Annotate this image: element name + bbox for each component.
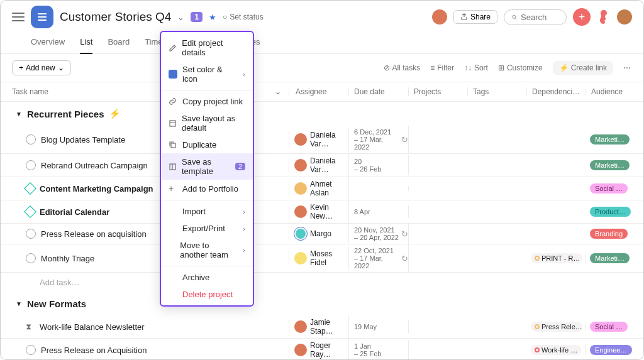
menu-item-move-to-another-team[interactable]: Move to another team› [161,237,253,263]
menu-item-set-color-icon[interactable]: Set color & icon› [161,61,253,87]
menu-item-copy-project-link[interactable]: Copy project link [161,93,253,110]
menu-item-export-print[interactable]: Export/Print› [161,220,253,237]
svg-rect-7 [171,143,175,148]
star-icon[interactable]: ★ [209,13,216,22]
filter-button[interactable]: ≡ Filter [430,63,454,72]
milestone-icon[interactable] [24,182,36,195]
audience-pill[interactable]: Marketi… [590,134,630,145]
plus-icon: + [169,183,177,194]
add-task-button[interactable]: Add task… [1,273,643,292]
svg-point-3 [513,15,516,18]
assignee-name: Jamie Stap… [310,318,348,335]
audience-pill[interactable]: Social … [590,322,628,332]
menu-item-import[interactable]: Import› [161,203,253,220]
assignee-avatar[interactable] [294,159,307,172]
assignee-name: Roger Ray… [310,341,348,359]
audience-pill[interactable]: Marketi… [590,253,630,263]
menu-item-save-layout-as-default[interactable]: Save layout as default [161,110,253,136]
task-name: Press Release on Acquisition [41,346,147,355]
task-name: Press Release on acquisition [41,229,147,239]
milestone-icon[interactable] [24,205,36,218]
project-dropdown-trigger[interactable]: ⌄ [177,13,184,22]
assignee-name: Daniela Var… [310,156,348,174]
check-circle-icon[interactable] [26,134,36,145]
task-row[interactable]: Press Release on AcquisitionRoger Ray…1 … [1,339,643,360]
check-circle-icon[interactable] [26,160,36,170]
layout-icon [169,119,177,128]
assignee-avatar[interactable] [294,252,307,265]
due-date: 8 Apr [354,208,370,215]
task-row[interactable]: ⧗Work-life Balance NewsletterJamie Stap…… [1,315,643,339]
assignee-avatar[interactable] [294,320,307,333]
task-row[interactable]: Editorial CalendarKevin New…8 AprProduct… [1,200,643,224]
all-tasks-filter[interactable]: ⊘ All tasks [384,63,421,72]
audience-pill[interactable]: Marketi… [590,160,630,170]
menu-toggle[interactable] [12,13,25,21]
audience-pill[interactable]: Social … [590,183,628,194]
check-circle-icon[interactable] [26,253,36,263]
set-status-button[interactable]: ○ Set status [223,13,264,21]
assignee-name: Ahmet Aslan [310,180,348,197]
task-row[interactable]: Blog Updates TemplateDaniela Var…6 Dec, … [1,126,643,154]
recurring-icon: ↻ [401,135,408,145]
assignee-name: Margo [310,229,331,238]
assignee-avatar[interactable] [294,182,307,195]
project-tabs: OverviewListBoardTimelineMessagesFiles [1,33,643,54]
check-circle-icon[interactable] [26,345,36,355]
sort-button[interactable]: ↑↓ Sort [464,63,488,72]
share-icon [460,13,468,21]
link-icon [169,97,177,106]
create-link-button[interactable]: ⚡ Create link [553,61,613,75]
svg-rect-2 [38,19,47,21]
task-row[interactable]: Press Release on acquisitionMargo20 Nov,… [1,224,643,244]
menu-item-archive[interactable]: Archive [161,269,253,286]
task-name: Work-life Balance Newsletter [40,322,145,332]
global-add-button[interactable]: + [573,8,591,26]
task-row[interactable]: Monthly TriageMoses Fidel22 Oct, 2021– 1… [1,244,643,273]
task-row[interactable]: Content Marketing CampaignAhmet AslanSoc… [1,177,643,200]
audience-pill[interactable]: Product… [590,207,631,217]
chevron-down-icon[interactable]: ⌄ [275,87,281,96]
recurring-icon: ↻ [401,229,408,239]
dependency-pill[interactable]: Work-life … [531,345,581,355]
menu-item-edit-project-details[interactable]: Edit project details [161,35,253,61]
project-actions-menu: Edit project detailsSet color & icon›Cop… [160,31,254,307]
assignee-avatar[interactable] [294,227,307,240]
customize-button[interactable]: ⊞ Customize [498,63,543,72]
add-new-button[interactable]: + Add new ⌄ [12,60,71,75]
check-circle-icon[interactable] [26,229,36,239]
search-input[interactable] [504,9,567,25]
recurring-icon: ↻ [401,254,408,263]
tab-board[interactable]: Board [108,33,130,53]
notification-badge: 1 [191,12,203,22]
menu-item-delete-project[interactable]: Delete project [161,286,253,303]
project-icon [31,6,53,28]
section-header[interactable]: ▼ New Formats [1,292,643,315]
dependency-pill[interactable]: Press Rele… [531,322,582,332]
assignee-avatar[interactable] [294,205,307,218]
tab-list[interactable]: List [80,33,92,54]
audience-pill[interactable]: Enginee… [590,345,632,355]
tab-overview[interactable]: Overview [31,33,65,53]
project-title: Customer Stories Q4 [60,10,171,24]
due-date: 20– 26 Feb [354,158,381,173]
more-options[interactable]: ⋯ [623,63,632,72]
task-name: Content Marketing Campaign [40,184,153,194]
section-header[interactable]: ▼ Recurrent Pieces ⚡ [1,102,643,126]
task-name: Editorial Calendar [40,207,109,217]
menu-item-add-to-portfolio[interactable]: +Add to Portfolio [161,180,253,197]
assignee-name: Daniela Var… [310,131,348,148]
assignee-avatar[interactable] [294,344,307,356]
share-button[interactable]: Share [453,10,497,24]
svg-rect-1 [38,16,47,18]
task-row[interactable]: Rebrand Outreach CampaignDaniela Var…20–… [1,154,643,177]
search-icon [512,13,517,21]
audience-pill[interactable]: Branding [590,229,628,239]
member-avatar[interactable] [432,9,447,25]
due-date: 19 May [354,323,377,330]
menu-item-duplicate[interactable]: Duplicate [161,136,253,153]
dependency-pill[interactable]: PRINT - R… [531,253,582,263]
menu-item-save-as-template[interactable]: Save as template2 [161,153,253,180]
user-avatar[interactable] [617,9,632,25]
assignee-avatar[interactable] [294,133,307,146]
